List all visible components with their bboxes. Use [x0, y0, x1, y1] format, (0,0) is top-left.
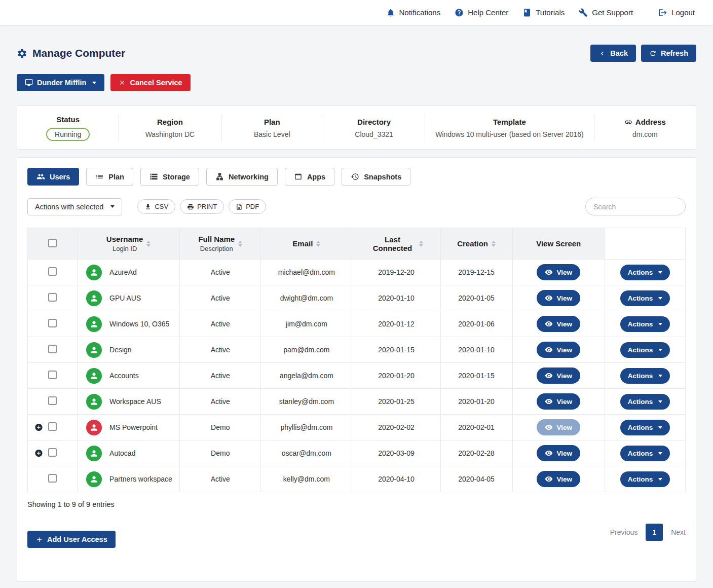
tab-storage[interactable]: Storage: [140, 168, 199, 186]
tab-users[interactable]: Users: [27, 168, 79, 186]
tab-snapshots[interactable]: Snapshots: [342, 168, 410, 186]
eye-icon: [545, 346, 553, 354]
tab-apps[interactable]: Apps: [285, 168, 334, 186]
close-icon: [119, 79, 126, 86]
table-row: Autocad Demo oscar@dm.com 2020-03-09 202…: [28, 440, 686, 466]
row-checkbox[interactable]: [48, 448, 57, 457]
help-center-link[interactable]: Help Center: [455, 8, 508, 17]
row-actions-button[interactable]: Actions: [620, 394, 670, 410]
view-screen-button[interactable]: View: [537, 471, 580, 487]
row-select-cell: [28, 337, 78, 363]
tab-storage-label: Storage: [163, 173, 190, 181]
row-actions-button[interactable]: Actions: [620, 471, 670, 487]
column-header-full-name[interactable]: Full Name Description: [180, 228, 261, 260]
plan-label: Plan: [228, 118, 317, 126]
view-screen-cell: View: [512, 466, 605, 492]
row-actions-button[interactable]: Actions: [620, 265, 670, 280]
username: Design: [109, 346, 132, 354]
username-cell: Autocad: [78, 440, 180, 466]
add-user-access-button[interactable]: Add User Access: [27, 531, 116, 548]
view-screen-button[interactable]: View: [537, 316, 580, 332]
view-screen-button[interactable]: View: [537, 290, 580, 306]
print-button[interactable]: PRINT: [180, 199, 224, 214]
creation: 2020-02-28: [440, 440, 512, 466]
computer-dropdown-button[interactable]: Dunder Mifflin: [17, 74, 104, 91]
column-header-username[interactable]: Username Login ID: [78, 228, 180, 260]
tab-plan[interactable]: Plan: [86, 168, 133, 186]
row-actions-button[interactable]: Actions: [620, 420, 670, 435]
row-checkbox[interactable]: [48, 267, 57, 276]
entries-info: Showing 1 to 9 of 9 entries: [27, 500, 686, 508]
help-center-label: Help Center: [468, 8, 508, 17]
pagination-page-1[interactable]: 1: [646, 524, 663, 541]
email: stanley@dm.com: [261, 389, 352, 415]
actions-cell: Actions: [605, 260, 685, 285]
email-header-label: Email: [292, 239, 313, 248]
creation: 2020-04-05: [440, 466, 512, 492]
book-icon: [522, 8, 532, 17]
row-checkbox[interactable]: [48, 319, 57, 327]
row-actions-button[interactable]: Actions: [620, 316, 670, 332]
row-checkbox[interactable]: [48, 422, 57, 431]
plus-icon: [35, 536, 43, 543]
get-support-link[interactable]: Get Support: [579, 8, 633, 17]
computer-info-bar: Status Running Region Washington DC Plan…: [17, 105, 696, 150]
last-connected: 2020-01-25: [352, 389, 440, 415]
last-connected: 2020-02-02: [352, 415, 440, 440]
back-button[interactable]: Back: [590, 45, 636, 62]
select-all-checkbox[interactable]: [48, 239, 57, 247]
row-checkbox[interactable]: [48, 396, 57, 405]
sort-icon: [492, 241, 496, 247]
pagination-previous[interactable]: Previous: [610, 528, 637, 536]
actions-with-selected-dropdown[interactable]: Actions with selected: [27, 198, 122, 215]
username: GPU AUS: [109, 294, 141, 302]
view-screen-button[interactable]: View: [537, 393, 580, 410]
refresh-button[interactable]: Refresh: [641, 45, 696, 62]
monitor-icon: [25, 79, 33, 87]
expand-row-icon[interactable]: [34, 423, 43, 432]
export-csv-button[interactable]: CSV: [137, 199, 175, 214]
view-screen-button[interactable]: View: [537, 419, 580, 435]
eye-icon: [545, 397, 553, 406]
cancel-service-button[interactable]: Cancel Service: [110, 74, 190, 91]
tab-networking[interactable]: Networking: [206, 168, 278, 186]
sort-icon: [316, 241, 320, 247]
logout-link[interactable]: Logout: [658, 8, 695, 17]
tutorials-link[interactable]: Tutorials: [522, 8, 565, 17]
notifications-link[interactable]: Notifications: [386, 8, 441, 17]
pagination-next[interactable]: Next: [671, 528, 686, 536]
column-header-email[interactable]: Email: [261, 228, 352, 260]
column-header-last-connected[interactable]: Last Connected: [352, 228, 440, 260]
logout-label: Logout: [671, 8, 695, 17]
users-panel: Users Plan Storage Networking Apps Snaps…: [17, 157, 696, 582]
row-checkbox[interactable]: [48, 345, 57, 353]
row-select-cell: [28, 466, 78, 492]
last-connected: 2020-01-20: [352, 363, 440, 389]
last-connected-header-label: Last Connected: [370, 235, 416, 252]
creation: 2020-01-15: [440, 363, 512, 389]
status-badge: Running: [46, 128, 90, 141]
storage-icon: [149, 172, 158, 181]
row-checkbox[interactable]: [48, 371, 57, 379]
eye-icon: [545, 372, 553, 380]
row-checkbox[interactable]: [48, 293, 57, 302]
gear-icon: [17, 48, 27, 59]
tutorials-label: Tutorials: [536, 8, 565, 17]
view-screen-button[interactable]: View: [537, 264, 580, 280]
username-cell: Accounts: [78, 363, 180, 389]
row-actions-button[interactable]: Actions: [620, 446, 670, 461]
export-pdf-button[interactable]: PDF: [229, 199, 266, 214]
view-screen-button[interactable]: View: [537, 342, 580, 358]
view-screen-button[interactable]: View: [537, 368, 580, 384]
view-screen-button[interactable]: View: [537, 445, 580, 461]
row-actions-button[interactable]: Actions: [620, 342, 670, 358]
search-input[interactable]: [585, 198, 686, 215]
column-header-creation[interactable]: Creation: [440, 228, 512, 260]
region-value: Washington DC: [125, 130, 214, 138]
expand-row-icon[interactable]: [34, 449, 43, 458]
row-checkbox[interactable]: [48, 474, 57, 483]
row-actions-button[interactable]: Actions: [620, 290, 670, 306]
row-actions-button[interactable]: Actions: [620, 368, 670, 384]
email: pam@dm.com: [261, 337, 352, 363]
file-pdf-icon: [236, 203, 243, 210]
